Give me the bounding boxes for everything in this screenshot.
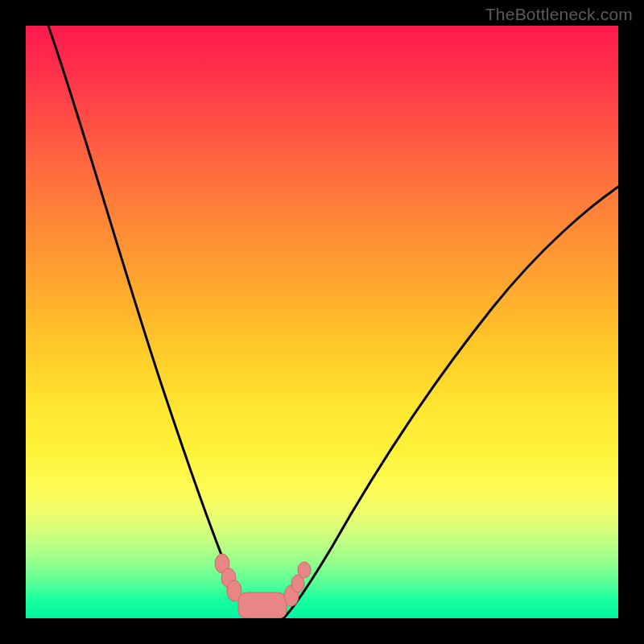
threshold-marker [298,562,311,578]
left-curve-path [48,26,261,618]
threshold-marker-group [215,554,311,618]
right-curve-path [283,187,618,618]
watermark-text: TheBottleneck.com [485,5,633,24]
curve-layer [26,26,618,618]
chart-frame: TheBottleneck.com [0,0,644,644]
threshold-marker-bottom [238,592,287,618]
plot-area [26,26,618,618]
